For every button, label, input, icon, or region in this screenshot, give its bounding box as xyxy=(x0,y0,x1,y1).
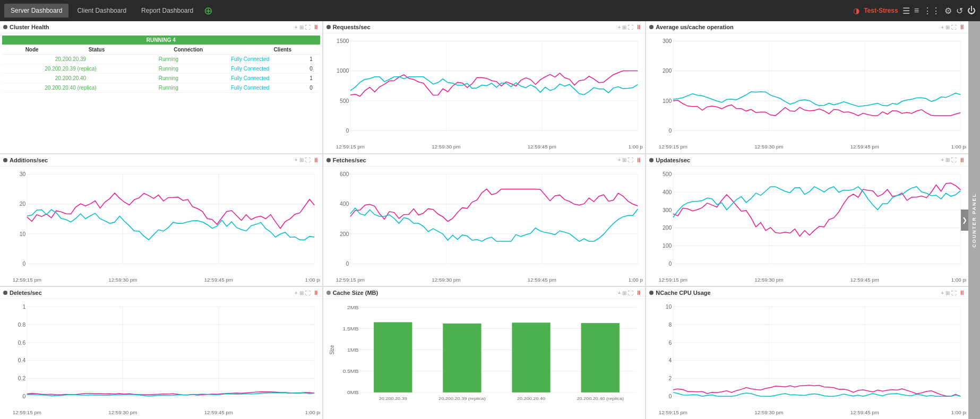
add-widget-icon[interactable]: + xyxy=(295,24,298,30)
svg-text:12:59:45 pm: 12:59:45 pm xyxy=(527,144,556,150)
svg-text:100: 100 xyxy=(663,98,672,104)
svg-text:0.6: 0.6 xyxy=(18,340,26,346)
svg-text:Size: Size xyxy=(329,345,335,355)
nav-right-controls: ◑ Test-Stress ☰ ≡ ⋮⋮ ⚙ ↺ ⏻ xyxy=(853,6,976,16)
svg-text:0: 0 xyxy=(669,394,672,400)
expand-icon[interactable]: ⊞ xyxy=(622,157,626,163)
svg-text:12:59:30 pm: 12:59:30 pm xyxy=(432,276,460,282)
svg-text:0.4: 0.4 xyxy=(18,358,26,364)
panel-controls: + ⊞ ⛶ xyxy=(941,157,957,163)
panel-title-cache-size: Cache Size (MB) xyxy=(333,290,616,296)
panel-header-avg-cache: Average us/cache operation + ⊞ ⛶ ⏸ xyxy=(646,21,968,33)
pause-button-deletes[interactable]: ⏸ xyxy=(313,289,319,296)
fullscreen-icon[interactable]: ⛶ xyxy=(305,157,311,163)
pause-button-ncache-cpu[interactable]: ⏸ xyxy=(959,289,965,296)
pause-button-requests[interactable]: ⏸ xyxy=(635,23,642,31)
fullscreen-icon[interactable]: ⛶ xyxy=(628,157,633,163)
pause-button-fetches[interactable]: ⏸ xyxy=(635,156,642,164)
add-widget-icon[interactable]: + xyxy=(617,157,621,163)
svg-text:0: 0 xyxy=(346,261,349,267)
svg-text:12:59:30 pm: 12:59:30 pm xyxy=(755,409,784,415)
table-row: 20.200.20.39 (replica) Running Fully Con… xyxy=(2,64,320,74)
svg-text:20.200.20.40 (replica): 20.200.20.40 (replica) xyxy=(577,396,624,400)
panel-dot xyxy=(3,25,7,29)
cache-size-chart: 0MB0.5MB1MB1.5MB2MBSize20.200.20.3920.20… xyxy=(325,301,643,417)
panel-body-fetches: 020040060012:59:15 pm12:59:30 pm12:59:45… xyxy=(323,167,646,286)
tab-client-dashboard[interactable]: Client Dashboard xyxy=(71,4,133,18)
tab-report-dashboard[interactable]: Report Dashboard xyxy=(135,4,200,18)
refresh-icon[interactable]: ↺ xyxy=(956,6,963,16)
expand-icon[interactable]: ⊞ xyxy=(622,24,626,30)
expand-icon[interactable]: ⊞ xyxy=(299,157,304,163)
svg-rect-117 xyxy=(443,324,481,392)
panel-header-cluster-health: Cluster Health + ⊞ ⛶ ⏸ xyxy=(0,21,322,33)
expand-icon[interactable]: ⊞ xyxy=(945,157,950,163)
svg-text:20.200.20.39 (replica): 20.200.20.39 (replica) xyxy=(439,396,486,400)
panel-updates: Updates/sec + ⊞ ⛶ ⏸ 010020030040050012:5… xyxy=(646,154,968,286)
counter-panel[interactable]: COUNTER PANEL xyxy=(968,21,980,419)
panel-dot xyxy=(649,25,654,29)
panel-controls: + ⊞ ⛶ xyxy=(617,24,633,30)
svg-text:12:59:15 pm: 12:59:15 pm xyxy=(659,276,687,282)
svg-text:2MB: 2MB xyxy=(347,305,359,310)
pause-button-updates[interactable]: ⏸ xyxy=(959,156,965,164)
power-icon[interactable]: ⏻ xyxy=(967,6,976,15)
svg-text:20.200.20.40: 20.200.20.40 xyxy=(517,396,545,400)
add-widget-icon[interactable]: + xyxy=(617,24,621,30)
expand-icon[interactable]: ⊞ xyxy=(622,290,626,296)
pause-button-additions[interactable]: ⏸ xyxy=(313,156,319,164)
svg-text:12:59:15 pm: 12:59:15 pm xyxy=(13,409,41,415)
settings-icon[interactable]: ⚙ xyxy=(944,6,952,16)
add-widget-icon[interactable]: + xyxy=(617,290,621,296)
panel-header-updates: Updates/sec + ⊞ ⛶ ⏸ xyxy=(646,154,968,167)
svg-text:200: 200 xyxy=(663,68,672,74)
tab-server-dashboard[interactable]: Server Dashboard xyxy=(4,4,68,18)
panel-dot xyxy=(326,25,331,29)
pause-button-cache-size[interactable]: ⏸ xyxy=(635,289,642,296)
add-widget-icon[interactable]: + xyxy=(295,290,298,296)
fullscreen-icon[interactable]: ⛶ xyxy=(951,157,957,163)
svg-text:400: 400 xyxy=(340,201,349,207)
col-clients: Clients xyxy=(245,45,320,55)
fullscreen-icon[interactable]: ⛶ xyxy=(305,24,311,30)
add-tab-button[interactable]: ⊕ xyxy=(204,4,213,17)
panel-cluster-health: Cluster Health + ⊞ ⛶ ⏸ RUNNING 4 Node St… xyxy=(0,21,322,153)
expand-icon[interactable]: ⊞ xyxy=(945,24,950,30)
pause-button-cluster[interactable]: ⏸ xyxy=(313,23,319,31)
panel-controls: + ⊞ ⛶ xyxy=(295,290,311,296)
menu-icon-1[interactable]: ☰ xyxy=(902,6,910,16)
additions-chart: 010203012:59:15 pm12:59:30 pm12:59:45 pm… xyxy=(2,169,320,284)
panel-dot xyxy=(3,291,7,295)
fullscreen-icon[interactable]: ⛶ xyxy=(628,290,633,296)
add-widget-icon[interactable]: + xyxy=(295,157,298,163)
add-widget-icon[interactable]: + xyxy=(941,24,944,30)
fullscreen-icon[interactable]: ⛶ xyxy=(951,290,957,296)
svg-text:12:59:45 pm: 12:59:45 pm xyxy=(850,144,879,150)
menu-icon-3[interactable]: ⋮⋮ xyxy=(923,6,940,16)
expand-icon[interactable]: ⊞ xyxy=(299,24,304,30)
panel-title-ncache-cpu: NCache CPU Usage xyxy=(656,290,939,296)
add-widget-icon[interactable]: + xyxy=(941,290,944,296)
expand-icon[interactable]: ⊞ xyxy=(945,290,950,296)
fullscreen-icon[interactable]: ⛶ xyxy=(628,24,633,30)
fullscreen-icon[interactable]: ⛶ xyxy=(305,290,311,296)
svg-text:600: 600 xyxy=(340,171,349,177)
menu-icon-2[interactable]: ≡ xyxy=(914,6,919,15)
add-widget-icon[interactable]: + xyxy=(941,157,944,163)
panel-header-requests: Requests/sec + ⊞ ⛶ ⏸ xyxy=(323,21,646,33)
panel-body-cluster-health: RUNNING 4 Node Status Connection Clients… xyxy=(0,33,322,153)
avg-cache-chart: 010020030012:59:15 pm12:59:30 pm12:59:45… xyxy=(648,36,966,151)
svg-text:12:59:45 pm: 12:59:45 pm xyxy=(204,276,233,282)
counter-panel-toggle[interactable]: ❯ xyxy=(961,210,968,231)
svg-text:12:59:30 pm: 12:59:30 pm xyxy=(755,144,784,150)
col-connection: Connection xyxy=(132,45,245,55)
pause-button-avg-cache[interactable]: ⏸ xyxy=(959,23,965,31)
panel-title-cluster-health: Cluster Health xyxy=(10,24,293,30)
svg-text:0.2: 0.2 xyxy=(18,376,26,382)
panel-dot xyxy=(3,158,7,162)
fullscreen-icon[interactable]: ⛶ xyxy=(951,24,957,30)
panel-body-additions: 010203012:59:15 pm12:59:30 pm12:59:45 pm… xyxy=(0,167,322,286)
expand-icon[interactable]: ⊞ xyxy=(299,290,304,296)
panel-header-deletes: Deletes/sec + ⊞ ⛶ ⏸ xyxy=(0,287,322,299)
svg-text:12:59:45 pm: 12:59:45 pm xyxy=(204,409,233,415)
